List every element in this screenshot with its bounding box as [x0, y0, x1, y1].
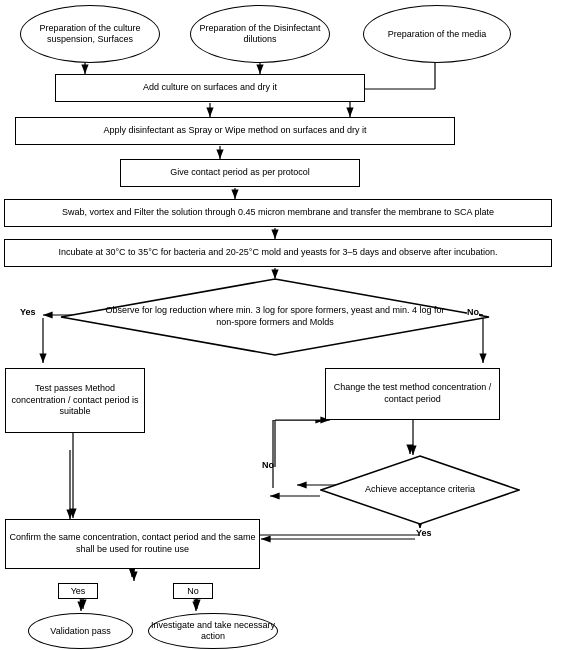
rect-confirm-concentration-label: Confirm the same concentration, contact …: [9, 532, 256, 555]
arrow-change-to-diamond: [405, 420, 425, 460]
arrow-yes-down: [35, 318, 55, 368]
ellipse-disinfectant-prep-label: Preparation of the Disinfectant dilution…: [191, 23, 329, 45]
label-no-diamond2: No: [262, 460, 274, 470]
label-yes-rect12: Yes: [58, 583, 98, 599]
arrow-no-from-diamond2: [265, 488, 325, 508]
rect-test-passes-label: Test passes Method concentration / conta…: [9, 383, 141, 418]
arrow-rect8-to-rect12: [65, 433, 85, 523]
ellipse-investigate-label: Investigate and take necessary action: [149, 620, 277, 642]
rect-contact-period-label: Give contact period as per protocol: [170, 167, 310, 179]
ellipse-investigate: Investigate and take necessary action: [148, 613, 278, 649]
diamond-log-reduction: Observe for log reduction where min. 3 l…: [60, 278, 490, 356]
label-no-rect12: No: [173, 583, 213, 599]
rect-apply-disinfectant: Apply disinfectant as Spray or Wipe meth…: [15, 117, 455, 145]
ellipse-culture-prep-label: Preparation of the culture suspension, S…: [21, 23, 159, 45]
rect-apply-disinfectant-label: Apply disinfectant as Spray or Wipe meth…: [103, 125, 366, 137]
ellipse-culture-prep: Preparation of the culture suspension, S…: [20, 5, 160, 63]
rect-contact-period: Give contact period as per protocol: [120, 159, 360, 187]
rect-incubate-label: Incubate at 30°C to 35°C for bacteria an…: [58, 247, 497, 259]
label-yes-diamond2: Yes: [416, 528, 432, 538]
flowchart: Preparation of the culture suspension, S…: [0, 0, 561, 650]
rect-test-passes: Test passes Method concentration / conta…: [5, 368, 145, 433]
diamond-acceptance-label: Achieve acceptance criteria: [365, 484, 475, 496]
ellipse-disinfectant-prep: Preparation of the Disinfectant dilution…: [190, 5, 330, 63]
arrow-rect12-down: [126, 569, 146, 584]
ellipse-validation-pass: Validation pass: [28, 613, 133, 649]
rect-incubate: Incubate at 30°C to 35°C for bacteria an…: [4, 239, 552, 267]
rect-swab-filter-label: Swab, vortex and Filter the solution thr…: [62, 207, 494, 219]
rect-add-culture: Add culture on surfaces and dry it: [55, 74, 365, 102]
label-yes-left: Yes: [20, 307, 36, 317]
diamond-acceptance: Achieve acceptance criteria: [320, 455, 520, 525]
rect-change-method-label: Change the test method concentration / c…: [329, 382, 496, 405]
ellipse-media-prep-label: Preparation of the media: [388, 29, 487, 40]
rect-swab-filter: Swab, vortex and Filter the solution thr…: [4, 199, 552, 227]
ellipse-media-prep: Preparation of the media: [363, 5, 511, 63]
rect-change-method: Change the test method concentration / c…: [325, 368, 500, 420]
diamond-log-reduction-label: Observe for log reduction where min. 3 l…: [100, 305, 450, 328]
rect-confirm-concentration: Confirm the same concentration, contact …: [5, 519, 260, 569]
ellipse-validation-pass-label: Validation pass: [50, 626, 110, 637]
rect-add-culture-label: Add culture on surfaces and dry it: [143, 82, 277, 94]
